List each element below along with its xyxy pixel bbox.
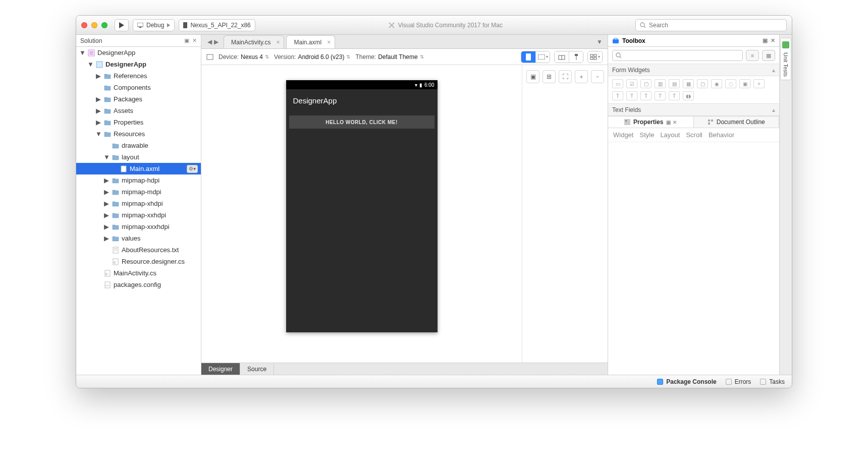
gear-icon[interactable]: ⚙▾ (187, 165, 198, 173)
widget-frame-icon[interactable]: ▢ (640, 79, 652, 88)
highlight-container-button[interactable] (569, 51, 583, 63)
pane-dock-icon[interactable]: ▣ (763, 37, 768, 44)
filter-behavior[interactable]: Behavior (709, 131, 734, 139)
orientation-portrait-button[interactable] (521, 51, 535, 63)
widget-text-small-icon[interactable]: T (612, 91, 623, 100)
filter-widget[interactable]: Widget (613, 131, 633, 139)
widget-radio-icon[interactable]: ◉ (711, 79, 722, 88)
widget-progress-icon[interactable]: ▥ (655, 79, 666, 88)
zoom-in-button[interactable]: ＋ (575, 70, 588, 83)
nav-forward-icon[interactable]: ▶ (214, 38, 219, 45)
right-dock-strip: Unit Tests (780, 35, 792, 375)
widget-text-xl-icon[interactable]: T (655, 91, 666, 100)
close-icon[interactable]: × (276, 39, 280, 46)
widget-text-large-icon[interactable]: T (640, 91, 652, 100)
widget-spinner-icon[interactable]: ◌ (725, 79, 736, 88)
toolbox-view-grid-button[interactable]: ▦ (762, 50, 775, 61)
widget-button-icon[interactable]: ▭ (612, 79, 623, 88)
device-selector[interactable]: Nexus_5_API_22_x86 (179, 19, 255, 31)
widget-toggle-icon[interactable]: ▦ (683, 79, 694, 88)
app-title: Visual Studio Community 2017 for Mac (388, 22, 503, 29)
tree-item-components[interactable]: Components (76, 82, 201, 93)
tree-item-drawable[interactable]: drawable (76, 140, 201, 151)
widget-image-icon[interactable]: ▣ (739, 79, 750, 88)
orientation-landscape-button[interactable]: ▾ (535, 51, 550, 63)
tree-item-references[interactable]: ▶References (76, 70, 201, 82)
widget-text-xxl-icon[interactable]: T (669, 91, 680, 100)
widget-checkbox-icon[interactable]: ☑ (626, 79, 637, 88)
tree-item-values[interactable]: ▶values (76, 232, 201, 244)
tree-item-about-resources[interactable]: AboutResources.txt (76, 244, 201, 256)
tree-item-assets[interactable]: ▶Assets (76, 105, 201, 116)
tree-item-main-axml[interactable]: Main.axml ⚙▾ (76, 163, 201, 174)
widget-pill-icon[interactable]: ◖◗ (683, 91, 694, 100)
toolbox-section-form-widgets[interactable]: Form Widgets ▴ (608, 64, 779, 76)
collapse-icon[interactable]: ▴ (772, 106, 775, 113)
pane-dock-icon[interactable]: ▣ (666, 120, 671, 125)
tab-overflow-button[interactable]: ▼ (591, 38, 608, 45)
version-picker[interactable]: Version: Android 6.0 (v23)⇅ (274, 53, 350, 61)
widget-add-icon[interactable]: ＋ (753, 79, 765, 88)
grid-options-button[interactable]: ▾ (588, 51, 602, 63)
filter-layout[interactable]: Layout (660, 131, 680, 139)
bottom-tab-source[interactable]: Source (240, 363, 274, 375)
tree-item-layout[interactable]: ▼layout (76, 151, 201, 163)
bottom-tab-designer[interactable]: Designer (201, 363, 240, 375)
device-picker[interactable]: Device: Nexus 4⇅ (219, 53, 269, 61)
widget-seekbar-icon[interactable]: ▤ (669, 79, 680, 88)
pane-dock-icon[interactable]: ▣ (184, 37, 189, 44)
tree-item-mipmap-xhdpi[interactable]: ▶mipmap-xhdpi (76, 198, 201, 209)
design-canvas[interactable]: ▾ ▮ 6:00 DesignerApp HELLO WORLD, CLICK … (201, 65, 522, 363)
theme-picker[interactable]: Theme: Default Theme⇅ (355, 53, 423, 61)
tab-main-axml[interactable]: Main.axml × (286, 35, 335, 48)
project-node[interactable]: ▼ DesignerApp (76, 58, 201, 70)
unit-tests-tab[interactable]: Unit Tests (780, 38, 791, 80)
close-window-button[interactable] (81, 22, 87, 28)
filter-scroll[interactable]: Scroll (686, 131, 702, 139)
zoom-fit-button[interactable]: ▣ (526, 70, 539, 83)
pane-close-icon[interactable]: ✕ (771, 37, 775, 44)
toolbox-view-list-button[interactable]: ≡ (746, 50, 759, 61)
canvas-icon[interactable] (206, 54, 213, 60)
tree-item-mipmap-hdpi[interactable]: ▶mipmap-hdpi (76, 174, 201, 186)
expand-button[interactable]: ⛶ (559, 70, 572, 83)
pane-close-icon[interactable]: ✕ (673, 120, 677, 125)
run-button[interactable] (115, 19, 129, 31)
close-icon[interactable]: × (327, 39, 331, 46)
tree-item-mipmap-mdpi[interactable]: ▶mipmap-mdpi (76, 186, 201, 198)
tab-mainactivity[interactable]: MainActivity.cs × (224, 35, 284, 48)
tree-item-resources[interactable]: ▼Resources (76, 128, 201, 140)
tab-document-outline[interactable]: Document Outline (694, 116, 780, 128)
preview-hello-button[interactable]: HELLO WORLD, CLICK ME! (289, 115, 435, 129)
toolbox-section-text-fields[interactable]: Text Fields ▴ (608, 104, 779, 116)
widget-switch-icon[interactable]: ▢ (697, 79, 708, 88)
collapse-icon[interactable]: ▴ (772, 67, 775, 74)
status-errors[interactable]: Errors (726, 378, 751, 385)
status-tasks[interactable]: Tasks (760, 378, 785, 385)
widget-text-med-icon[interactable]: T (626, 91, 637, 100)
zoom-out-button[interactable]: － (591, 70, 604, 83)
configuration-selector[interactable]: Debug (133, 19, 175, 31)
tree-item-packages-config[interactable]: <>packages.config (76, 279, 201, 290)
tree-item-resource-designer[interactable]: {}Resource.designer.cs (76, 256, 201, 267)
svg-rect-35 (708, 120, 710, 122)
search-box[interactable] (635, 19, 787, 31)
tree-item-mipmap-xxxhdpi[interactable]: ▶mipmap-xxxhdpi (76, 221, 201, 232)
solution-root[interactable]: ▼ DesignerApp (76, 47, 201, 58)
tree-item-main-activity[interactable]: {}MainActivity.cs (76, 267, 201, 279)
tree-item-packages[interactable]: ▶Packages (76, 93, 201, 105)
tree-item-mipmap-xxhdpi[interactable]: ▶mipmap-xxhdpi (76, 209, 201, 221)
zoom-actual-button[interactable]: ⊞ (542, 70, 556, 83)
nav-back-icon[interactable]: ◀ (207, 38, 212, 45)
pane-close-icon[interactable]: ✕ (192, 37, 197, 44)
minimize-window-button[interactable] (91, 22, 97, 28)
search-input[interactable] (649, 22, 782, 29)
zoom-window-button[interactable] (101, 22, 107, 28)
toolbox-search-input[interactable] (612, 50, 743, 61)
tab-properties[interactable]: Properties ▣✕ (608, 116, 694, 128)
language-button[interactable] (555, 51, 569, 63)
tree-item-properties[interactable]: ▶Properties (76, 116, 201, 128)
filter-style[interactable]: Style (639, 131, 654, 139)
solution-tree[interactable]: ▼ DesignerApp ▼ DesignerApp ▶References … (76, 47, 201, 375)
status-package-console[interactable]: Package Console (657, 378, 716, 385)
